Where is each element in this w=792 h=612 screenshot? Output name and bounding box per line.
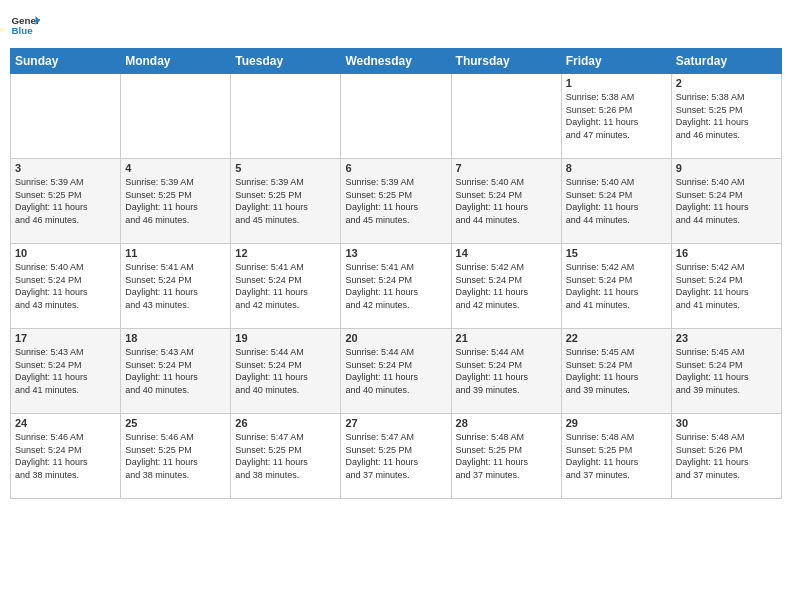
cell-info: Sunset: 5:24 PM (456, 189, 557, 202)
cell-info: Sunrise: 5:46 AM (15, 431, 116, 444)
cell-info: Sunrise: 5:40 AM (15, 261, 116, 274)
cell-info: Sunset: 5:24 PM (676, 274, 777, 287)
cell-info: and 42 minutes. (235, 299, 336, 312)
calendar-cell: 5Sunrise: 5:39 AMSunset: 5:25 PMDaylight… (231, 159, 341, 244)
cell-info: Sunset: 5:24 PM (15, 359, 116, 372)
day-header: Friday (561, 49, 671, 74)
cell-info: and 44 minutes. (456, 214, 557, 227)
cell-info: and 39 minutes. (456, 384, 557, 397)
cell-info: and 42 minutes. (456, 299, 557, 312)
day-number: 2 (676, 77, 777, 89)
cell-info: and 47 minutes. (566, 129, 667, 142)
calendar-cell: 20Sunrise: 5:44 AMSunset: 5:24 PMDayligh… (341, 329, 451, 414)
cell-info: Sunrise: 5:40 AM (566, 176, 667, 189)
calendar-cell (11, 74, 121, 159)
day-number: 11 (125, 247, 226, 259)
cell-info: and 37 minutes. (456, 469, 557, 482)
cell-info: Sunrise: 5:41 AM (125, 261, 226, 274)
cell-info: Sunset: 5:25 PM (456, 444, 557, 457)
cell-info: and 38 minutes. (15, 469, 116, 482)
day-number: 26 (235, 417, 336, 429)
cell-info: Sunset: 5:24 PM (235, 274, 336, 287)
cell-info: and 43 minutes. (15, 299, 116, 312)
cell-info: Sunset: 5:26 PM (566, 104, 667, 117)
calendar-cell: 10Sunrise: 5:40 AMSunset: 5:24 PMDayligh… (11, 244, 121, 329)
cell-info: and 44 minutes. (676, 214, 777, 227)
calendar-cell: 28Sunrise: 5:48 AMSunset: 5:25 PMDayligh… (451, 414, 561, 499)
day-number: 21 (456, 332, 557, 344)
cell-info: and 45 minutes. (345, 214, 446, 227)
cell-info: Daylight: 11 hours (235, 286, 336, 299)
cell-info: Daylight: 11 hours (566, 456, 667, 469)
cell-info: Daylight: 11 hours (456, 456, 557, 469)
cell-info: Sunset: 5:25 PM (566, 444, 667, 457)
calendar-cell: 26Sunrise: 5:47 AMSunset: 5:25 PMDayligh… (231, 414, 341, 499)
calendar-cell: 30Sunrise: 5:48 AMSunset: 5:26 PMDayligh… (671, 414, 781, 499)
calendar-cell: 16Sunrise: 5:42 AMSunset: 5:24 PMDayligh… (671, 244, 781, 329)
cell-info: Daylight: 11 hours (676, 456, 777, 469)
cell-info: and 38 minutes. (125, 469, 226, 482)
day-number: 28 (456, 417, 557, 429)
cell-info: and 42 minutes. (345, 299, 446, 312)
day-number: 8 (566, 162, 667, 174)
cell-info: and 44 minutes. (566, 214, 667, 227)
cell-info: Sunset: 5:24 PM (15, 444, 116, 457)
cell-info: Daylight: 11 hours (125, 286, 226, 299)
day-number: 25 (125, 417, 226, 429)
cell-info: Sunrise: 5:46 AM (125, 431, 226, 444)
cell-info: and 45 minutes. (235, 214, 336, 227)
calendar-cell: 29Sunrise: 5:48 AMSunset: 5:25 PMDayligh… (561, 414, 671, 499)
calendar-cell (341, 74, 451, 159)
cell-info: Sunset: 5:24 PM (15, 274, 116, 287)
cell-info: Sunrise: 5:45 AM (566, 346, 667, 359)
day-header: Saturday (671, 49, 781, 74)
cell-info: Sunset: 5:25 PM (235, 189, 336, 202)
cell-info: and 39 minutes. (676, 384, 777, 397)
cell-info: Daylight: 11 hours (345, 456, 446, 469)
day-number: 1 (566, 77, 667, 89)
cell-info: Daylight: 11 hours (125, 371, 226, 384)
calendar-cell: 3Sunrise: 5:39 AMSunset: 5:25 PMDaylight… (11, 159, 121, 244)
cell-info: Sunrise: 5:38 AM (566, 91, 667, 104)
calendar-cell (231, 74, 341, 159)
day-number: 17 (15, 332, 116, 344)
cell-info: and 41 minutes. (566, 299, 667, 312)
day-number: 12 (235, 247, 336, 259)
cell-info: Sunrise: 5:45 AM (676, 346, 777, 359)
cell-info: Sunset: 5:25 PM (125, 189, 226, 202)
cell-info: and 37 minutes. (676, 469, 777, 482)
calendar-cell: 15Sunrise: 5:42 AMSunset: 5:24 PMDayligh… (561, 244, 671, 329)
cell-info: Sunset: 5:24 PM (566, 274, 667, 287)
day-header: Wednesday (341, 49, 451, 74)
cell-info: Sunrise: 5:48 AM (676, 431, 777, 444)
day-number: 4 (125, 162, 226, 174)
cell-info: Daylight: 11 hours (345, 286, 446, 299)
cell-info: Sunrise: 5:42 AM (676, 261, 777, 274)
calendar-cell: 24Sunrise: 5:46 AMSunset: 5:24 PMDayligh… (11, 414, 121, 499)
cell-info: and 46 minutes. (15, 214, 116, 227)
calendar-cell: 4Sunrise: 5:39 AMSunset: 5:25 PMDaylight… (121, 159, 231, 244)
cell-info: Sunrise: 5:42 AM (456, 261, 557, 274)
cell-info: Sunrise: 5:44 AM (235, 346, 336, 359)
day-number: 3 (15, 162, 116, 174)
cell-info: Sunrise: 5:44 AM (456, 346, 557, 359)
cell-info: Sunrise: 5:47 AM (345, 431, 446, 444)
cell-info: Daylight: 11 hours (235, 201, 336, 214)
cell-info: Sunrise: 5:43 AM (15, 346, 116, 359)
cell-info: Sunrise: 5:41 AM (345, 261, 446, 274)
day-number: 6 (345, 162, 446, 174)
calendar-cell: 14Sunrise: 5:42 AMSunset: 5:24 PMDayligh… (451, 244, 561, 329)
calendar-cell: 11Sunrise: 5:41 AMSunset: 5:24 PMDayligh… (121, 244, 231, 329)
cell-info: Daylight: 11 hours (15, 201, 116, 214)
day-number: 9 (676, 162, 777, 174)
cell-info: Sunset: 5:26 PM (676, 444, 777, 457)
cell-info: and 43 minutes. (125, 299, 226, 312)
cell-info: Daylight: 11 hours (125, 456, 226, 469)
cell-info: Sunrise: 5:48 AM (456, 431, 557, 444)
cell-info: Daylight: 11 hours (676, 201, 777, 214)
cell-info: Sunrise: 5:39 AM (345, 176, 446, 189)
cell-info: Sunrise: 5:48 AM (566, 431, 667, 444)
cell-info: Sunset: 5:24 PM (125, 274, 226, 287)
cell-info: Daylight: 11 hours (345, 201, 446, 214)
cell-info: and 46 minutes. (676, 129, 777, 142)
